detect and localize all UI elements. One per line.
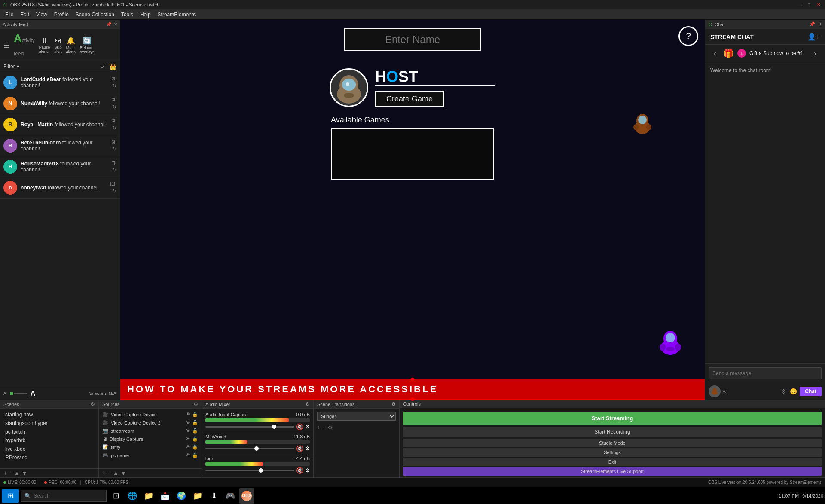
font-size-large-label[interactable]: A <box>31 390 36 397</box>
lock-icon[interactable]: 🔒 <box>192 436 198 442</box>
sources-menu-icon[interactable]: ⚙ <box>194 401 198 407</box>
menu-file[interactable]: File <box>2 11 17 18</box>
create-game-button[interactable]: Create Game <box>375 91 444 107</box>
minimize-button[interactable]: — <box>797 2 803 8</box>
slider-thumb[interactable] <box>272 425 276 429</box>
transition-settings-icon[interactable]: ⚙ <box>327 424 333 431</box>
list-item[interactable]: startingsoon hyper <box>0 419 98 428</box>
taskbar-search[interactable]: 🔍 Search <box>21 490 107 502</box>
list-item[interactable]: starting now <box>0 410 98 419</box>
taskview-button[interactable]: ⊡ <box>108 488 124 504</box>
pause-alerts-button[interactable]: ⏸ Pausealerts <box>39 37 50 54</box>
start-streaming-button[interactable]: Start Streaming <box>403 412 822 425</box>
list-item[interactable]: h honeytwat followed your channel! 11h ↻ <box>0 177 120 199</box>
menu-help[interactable]: Help <box>137 11 154 18</box>
chat-nav-right[interactable]: › <box>810 49 820 58</box>
send-chat-button[interactable]: Chat <box>800 387 822 396</box>
eye-icon[interactable]: 👁 <box>186 428 190 434</box>
audio-volume-slider[interactable] <box>205 426 294 428</box>
eye-icon[interactable]: 👁 <box>186 444 190 450</box>
transitions-menu-icon[interactable]: ⚙ <box>391 401 396 407</box>
refresh-icon[interactable]: ↻ <box>112 104 116 110</box>
remove-source-button[interactable]: − <box>107 470 111 477</box>
mute-button[interactable]: 🔇 <box>296 445 303 452</box>
lock-icon[interactable]: 🔒 <box>192 444 198 450</box>
scenes-menu-icon[interactable]: ⚙ <box>91 401 95 407</box>
close-chat-icon[interactable]: ✕ <box>818 21 822 27</box>
check-all-icon[interactable]: ✓ <box>101 63 106 70</box>
menu-stream-elements[interactable]: StreamElements <box>154 11 199 18</box>
list-item[interactable]: 🎮 pc game 👁 🔒 <box>99 451 202 459</box>
skip-alert-button[interactable]: ⏭ Skipalert <box>54 37 62 54</box>
list-item[interactable]: RPrewind <box>0 453 98 462</box>
list-item[interactable]: 🎥 Video Capture Device 2 👁 🔒 <box>99 418 202 427</box>
lock-icon[interactable]: 🔒 <box>192 452 198 458</box>
move-up-source-button[interactable]: ▲ <box>113 470 119 477</box>
refresh-icon[interactable]: ↻ <box>112 125 116 131</box>
refresh-icon[interactable]: ↻ <box>112 83 116 89</box>
download-icon[interactable]: ⬇ <box>206 488 222 504</box>
lock-icon[interactable]: 🔒 <box>192 412 198 417</box>
refresh-icon[interactable]: ↻ <box>112 167 116 173</box>
slider-thumb[interactable] <box>254 446 259 451</box>
list-item[interactable]: N NumbWilly followed your channel! 3h ↻ <box>0 93 120 114</box>
settings-button[interactable]: Settings <box>403 448 822 457</box>
close-button[interactable]: ✕ <box>816 2 822 8</box>
remove-transition-button[interactable]: − <box>322 424 326 431</box>
font-size-small-label[interactable]: A <box>3 391 6 396</box>
move-down-source-button[interactable]: ▼ <box>120 470 126 477</box>
mute-alerts-button[interactable]: 🔔 Mutealerts <box>66 37 76 54</box>
menu-edit[interactable]: Edit <box>17 11 33 18</box>
mail-icon[interactable]: 📩 <box>157 488 173 504</box>
eye-icon[interactable]: 👁 <box>186 452 190 458</box>
steam-icon[interactable]: 🎮 <box>223 488 238 504</box>
start-button[interactable]: ⊞ <box>2 489 19 503</box>
refresh-icon[interactable]: ↻ <box>112 146 116 152</box>
audio-settings-icon[interactable]: ⚙ <box>305 424 310 430</box>
list-item[interactable]: pc twitch <box>0 428 98 436</box>
question-mark-button[interactable]: ? <box>678 26 698 46</box>
eye-icon[interactable]: 👁 <box>186 436 190 442</box>
audio-volume-slider[interactable] <box>205 448 294 449</box>
exit-button[interactable]: Exit <box>403 458 822 466</box>
lock-icon[interactable]: 🔒 <box>192 420 198 425</box>
studio-mode-button[interactable]: Studio Mode <box>403 439 822 447</box>
list-item[interactable]: H HouseMarin918 followed your channel! 7… <box>0 156 120 177</box>
folder-icon[interactable]: 📁 <box>190 488 205 504</box>
eye-icon[interactable]: 👁 <box>186 412 190 417</box>
chat-nav-left[interactable]: ‹ <box>710 49 720 58</box>
add-transition-button[interactable]: + <box>317 424 321 431</box>
list-item[interactable]: 📷 streamcam 👁 🔒 <box>99 427 202 435</box>
maximize-button[interactable]: □ <box>806 2 812 8</box>
edge-icon[interactable]: 🌐 <box>125 488 140 504</box>
lock-icon[interactable]: 🔒 <box>192 428 198 434</box>
menu-scene-collection[interactable]: Scene Collection <box>72 11 118 18</box>
obs-taskbar-icon[interactable]: OBS <box>239 488 254 504</box>
chat-message-input[interactable] <box>709 367 822 379</box>
mute-button[interactable]: 🔇 <box>296 467 303 474</box>
audio-mixer-menu-icon[interactable]: ⚙ <box>306 401 310 407</box>
remove-scene-button[interactable]: − <box>9 470 12 477</box>
list-item[interactable]: R RereTheUnicorn followed your channel! … <box>0 135 120 156</box>
move-up-scene-button[interactable]: ▲ <box>14 470 20 477</box>
emoji-icon[interactable]: 😊 <box>790 388 797 395</box>
menu-view[interactable]: View <box>33 11 51 18</box>
list-item[interactable]: 🎥 Video Capture Device 👁 🔒 <box>99 410 202 418</box>
list-item[interactable]: 🖥 Display Capture 👁 🔒 <box>99 435 202 443</box>
slider-thumb[interactable] <box>259 468 263 473</box>
stream-elements-support-button[interactable]: StreamElements Live Support <box>403 467 822 476</box>
filter-dropdown[interactable]: Filter ▾ <box>3 64 19 70</box>
pin-icon[interactable]: 📌 <box>809 21 815 27</box>
eye-icon[interactable]: 👁 <box>186 420 190 425</box>
transitions-dropdown[interactable]: Stinger <box>317 412 396 421</box>
move-down-scene-button[interactable]: ▼ <box>21 470 28 477</box>
menu-profile[interactable]: Profile <box>51 11 72 18</box>
list-item[interactable]: hyperbrb <box>0 436 98 445</box>
list-item[interactable]: R Royal_Martin followed your channel! 3h… <box>0 114 120 135</box>
settings-icon[interactable]: ⚙ <box>781 388 786 395</box>
start-recording-button[interactable]: Start Recording <box>403 427 822 437</box>
chrome-icon[interactable]: 🌍 <box>174 488 189 504</box>
list-item[interactable]: L LordCuddleBear followed your channel! … <box>0 72 120 93</box>
enter-name-input[interactable] <box>344 28 481 51</box>
list-item[interactable]: live xbox <box>0 445 98 453</box>
